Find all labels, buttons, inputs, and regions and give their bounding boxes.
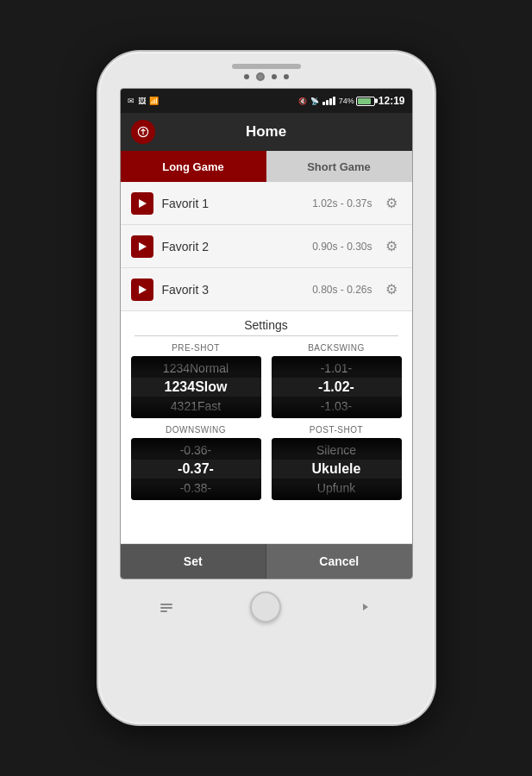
app-icon[interactable] — [131, 120, 155, 144]
favorite-name-1: Favorit 1 — [162, 197, 304, 210]
pre-shot-item-2: 4321Fast — [131, 397, 261, 416]
pre-shot-col: PRE-SHOT 1234Normal 1234Slow 4321Fast — [131, 343, 261, 418]
settings-panel: Settings PRE-SHOT 1234Normal 1234Slow 43… — [121, 311, 412, 579]
play-triangle-icon — [139, 199, 147, 208]
cancel-button[interactable]: Cancel — [266, 544, 412, 579]
time-display: 12:19 — [379, 95, 405, 107]
post-shot-label: POST-SHOT — [272, 425, 402, 435]
bar2 — [326, 100, 329, 105]
battery-indicator: 74% — [339, 97, 375, 106]
favorite-item-3[interactable]: Favorit 3 0.80s - 0.26s ⚙ — [121, 268, 412, 311]
settings-row-bottom: DOWNSWING -0.36- -0.37- -0.38- POST-SHOT… — [131, 425, 402, 500]
favorite-time-1: 1.02s - 0.37s — [312, 197, 372, 210]
downswing-item-2: -0.38- — [131, 479, 261, 498]
svg-rect-3 — [160, 610, 167, 612]
post-shot-item-0: Silence — [272, 441, 402, 460]
sensor-dot3 — [284, 74, 289, 79]
tab-short-game[interactable]: Short Game — [266, 151, 412, 182]
settings-buttons: Set Cancel — [121, 543, 412, 579]
sensor-dot2 — [272, 74, 277, 79]
favorite-name-3: Favorit 3 — [162, 283, 304, 297]
favorite-name-2: Favorit 2 — [162, 240, 304, 253]
post-shot-item-1: Ukulele — [272, 460, 402, 479]
favorite-item-1[interactable]: Favorit 1 1.02s - 0.37s ⚙ — [121, 182, 412, 225]
favorite-item-2[interactable]: Favorit 2 0.90s - 0.30s ⚙ — [121, 225, 412, 268]
downswing-item-0: -0.36- — [131, 441, 261, 460]
downswing-label: DOWNSWING — [131, 425, 261, 435]
pre-shot-roller[interactable]: 1234Normal 1234Slow 4321Fast — [131, 356, 261, 418]
post-shot-item-2: Upfunk — [272, 479, 402, 498]
favorite-time-2: 0.90s - 0.30s — [312, 241, 372, 253]
photo-icon: 🖼 — [138, 97, 146, 105]
bar4 — [333, 97, 335, 105]
bar1 — [322, 102, 325, 105]
recent-apps-button[interactable] — [352, 598, 378, 616]
play-button-1[interactable] — [131, 192, 153, 215]
tab-long-game[interactable]: Long Game — [121, 151, 266, 182]
svg-rect-2 — [160, 607, 172, 609]
post-shot-roller[interactable]: Silence Ukulele Upfunk — [272, 438, 402, 500]
backswing-item-0: -1.01- — [272, 359, 402, 378]
sensor-dot — [244, 74, 249, 79]
content-area: Favorit 1 1.02s - 0.37s ⚙ Favorit 2 0.90… — [121, 182, 412, 579]
status-icons-right: 🔇 📡 74% 12:19 — [298, 95, 405, 107]
play-button-3[interactable] — [131, 278, 153, 301]
pre-shot-item-0: 1234Normal — [131, 359, 261, 378]
post-shot-col: POST-SHOT Silence Ukulele Upfunk — [272, 425, 402, 500]
home-button[interactable] — [250, 591, 281, 623]
downswing-item-1: -0.37- — [131, 460, 261, 479]
app-title: Home — [246, 123, 286, 141]
phone-bottom-nav — [120, 591, 413, 623]
settings-title-row: Settings — [121, 311, 412, 335]
gear-icon-1[interactable]: ⚙ — [381, 193, 402, 214]
downswing-roller[interactable]: -0.36- -0.37- -0.38- — [131, 438, 261, 500]
screen: ✉ 🖼 📶 🔇 📡 74% 12: — [120, 88, 413, 579]
app-header: Home — [121, 113, 412, 151]
play-triangle-icon-3 — [139, 285, 147, 294]
tabs: Long Game Short Game — [121, 151, 412, 182]
email-icon: ✉ — [128, 97, 135, 105]
battery-percent: 74% — [339, 97, 354, 105]
downswing-col: DOWNSWING -0.36- -0.37- -0.38- — [131, 425, 261, 500]
camera-row — [244, 72, 289, 81]
battery-bar — [356, 97, 375, 106]
svg-rect-1 — [160, 604, 172, 605]
battery-fill — [358, 98, 371, 104]
play-triangle-icon-2 — [139, 242, 147, 251]
play-button-2[interactable] — [131, 235, 153, 258]
settings-title: Settings — [244, 318, 288, 332]
status-bar: ✉ 🖼 📶 🔇 📡 74% 12: — [121, 89, 412, 113]
backswing-roller[interactable]: -1.01- -1.02- -1.03- — [272, 356, 402, 418]
back-nav-button[interactable] — [154, 598, 180, 616]
golf-icon — [136, 125, 150, 139]
settings-body: PRE-SHOT 1234Normal 1234Slow 4321Fast BA… — [121, 336, 412, 543]
pre-shot-label: PRE-SHOT — [131, 343, 261, 353]
phone-device: ✉ 🖼 📶 🔇 📡 74% 12: — [98, 52, 435, 724]
favorite-time-3: 0.80s - 0.26s — [312, 284, 372, 296]
backswing-item-2: -1.03- — [272, 397, 402, 416]
gear-icon-2[interactable]: ⚙ — [381, 236, 402, 257]
speaker-top — [232, 64, 301, 69]
gear-icon-3[interactable]: ⚙ — [381, 279, 402, 300]
bar3 — [329, 98, 332, 105]
backswing-label: BACKSWING — [272, 343, 402, 353]
settings-row-top: PRE-SHOT 1234Normal 1234Slow 4321Fast BA… — [131, 343, 402, 418]
network-icon: 📶 — [149, 97, 159, 105]
signal-bars — [322, 97, 335, 105]
pre-shot-item-1: 1234Slow — [131, 378, 261, 397]
backswing-col: BACKSWING -1.01- -1.02- -1.03- — [272, 343, 402, 418]
mute-icon: 🔇 — [298, 97, 307, 105]
backswing-item-1: -1.02- — [272, 378, 402, 397]
set-button[interactable]: Set — [121, 544, 267, 579]
wifi-icon: 📡 — [310, 97, 319, 105]
front-camera — [256, 72, 265, 81]
status-icons-left: ✉ 🖼 📶 — [128, 97, 159, 105]
